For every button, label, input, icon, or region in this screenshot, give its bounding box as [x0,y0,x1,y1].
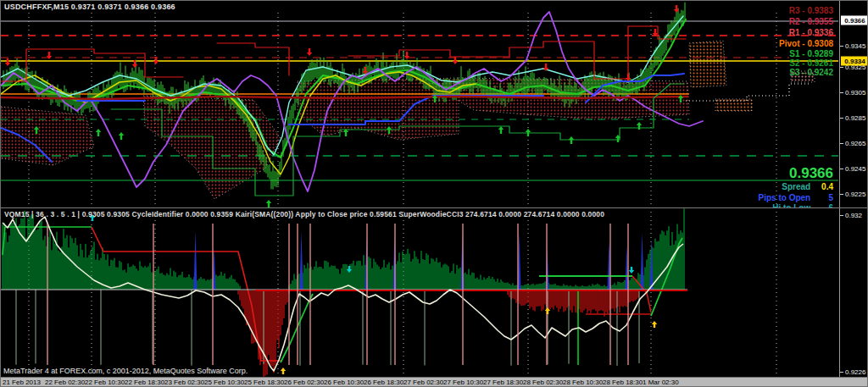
chart-title: USDCHFFXF,M15 0.9371 0.9371 0.9366 0.936… [4,3,175,11]
pivot-label: R3 - 0.9383 [789,6,833,15]
pivot-label: S3 - 0.9242 [789,68,833,77]
axis-tickmark [840,169,843,169]
time-tick-label: 26 Feb 10:30 [324,379,364,386]
time-tick-label: 1 Mar 02:30 [643,379,679,386]
axis-tickmark [840,372,843,373]
bid-price-readout: 0.9366 [789,165,833,182]
period-separators [29,13,776,376]
time-tick-label: 21 Feb 2013 [3,379,41,386]
time-tick-label: 22 Feb 02:30 [45,379,85,386]
time-tick-label: 27 Feb 10:30 [443,379,483,386]
pips-to-open-label: Pips to Open [759,193,811,202]
axis-tick-label: 0.932 [845,212,862,219]
axis-tick-label: 0.9265 [845,140,865,147]
time-tick-label: 22 Feb 10:30 [85,379,125,386]
time-tick-label: 28 Feb 18:30 [603,379,643,386]
axis-tickmark [840,118,843,119]
time-tick-label: 27 Feb 18:30 [483,379,523,386]
time-tick-label: 22 Feb 18:30 [125,379,164,386]
price-scale[interactable]: 0.93450.93250.93050.92850.92650.92450.92… [839,1,868,377]
pips-to-open-row: Pips to Open 5 [759,193,833,202]
axis-tick-label: 0.9245 [845,165,865,173]
axis-tick-label: 0.9225 [845,191,865,198]
pivot-label: R1 - 0.9336 [789,28,833,37]
spread-value: 0.4 [813,182,833,191]
pivot-label: S2 - 0.9261 [789,58,833,68]
mt4-chart-window: USDCHFFXF,M15 0.9371 0.9371 0.9366 0.936… [0,0,868,387]
axis-tickmark [840,143,843,144]
time-tick-label: 25 Feb 18:30 [244,379,284,386]
time-tick-label: 26 Feb 18:30 [364,379,403,386]
time-tick-label: 28 Feb 02:30 [523,379,563,386]
axis-tick-label: 0.9345 [845,42,865,50]
time-scale[interactable]: 21 Feb 201322 Feb 02:3022 Feb 10:3022 Fe… [1,377,868,387]
time-tick-label: 23 Feb 02:30 [164,379,204,386]
axis-tickmark [840,92,843,93]
time-tick-label: 27 Feb 02:30 [403,379,443,386]
time-tick-label: 28 Feb 10:30 [563,379,603,386]
indicator-panel [1,208,687,378]
spread-label: Spread [782,182,810,191]
chart-canvas[interactable] [1,1,868,387]
spread-row: Spread 0.4 [782,182,833,191]
pivot-label: S1 - 0.9289 [789,49,833,58]
copyright-text: MetaTrader 4 at FOREX.com, c 2001-2012, … [3,367,248,375]
axis-tick-label: 0.9305 [845,89,865,97]
axis-tickmark [840,67,843,68]
indicator-header: VQM15 | 36 . 3 . 5 . 1 | 0.9305 0.9305 C… [4,210,604,218]
pivot-label: R2 - 0.9355 [789,17,833,26]
axis-tick-label: 0.9285 [845,114,865,122]
axis-tickmark [840,46,843,47]
time-tick-label: 25 Feb 10:30 [204,379,244,386]
panel-splitter[interactable] [1,207,868,208]
axis-tickmark [840,194,843,195]
time-tick-label: 26 Feb 02:30 [284,379,324,386]
price-box-current: 0.9366 [841,16,868,25]
price-box-yellow: 0.9334 [841,57,868,66]
axis-tickmark [840,215,843,216]
pivot-label: Pivot - 0.9308 [779,39,833,48]
pips-to-open-value: 5 [813,193,833,202]
axis-tick-label: 0.9226 [845,368,865,376]
